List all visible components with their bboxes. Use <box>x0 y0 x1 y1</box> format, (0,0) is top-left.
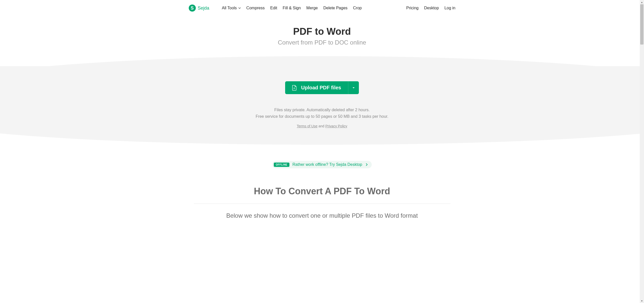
upload-dropdown-button[interactable] <box>348 81 359 94</box>
page-subtitle: Convert from PDF to DOC online <box>5 39 639 46</box>
logo-text: Sejda <box>198 6 209 11</box>
upload-section: Upload PDF files Files stay private. Aut… <box>0 66 644 148</box>
nav-delete-pages[interactable]: Delete Pages <box>323 6 348 10</box>
wave-bottom-decoration <box>0 133 644 148</box>
info-text: Files stay private. Automatically delete… <box>5 107 639 120</box>
chevron-down-icon <box>238 7 241 9</box>
logo-icon: S <box>189 5 196 12</box>
logo[interactable]: S Sejda <box>189 5 209 12</box>
offline-section: OFFLINE Rather work offline? Try Sejda D… <box>0 148 644 176</box>
nav-right: Pricing Desktop Log in <box>406 6 455 10</box>
nav-compress[interactable]: Compress <box>246 6 265 10</box>
scrollbar-thumb[interactable] <box>640 4 643 45</box>
privacy-link[interactable]: Privacy Policy <box>325 124 347 128</box>
offline-text: Rather work offline? Try Sejda Desktop <box>292 162 362 167</box>
wave-top-decoration <box>0 51 644 71</box>
legal-line: Terms of Use and Privacy Policy <box>5 124 639 128</box>
upload-button-label: Upload PDF files <box>301 85 341 91</box>
header: S Sejda All Tools Compress Edit Fill & S… <box>189 0 456 16</box>
caret-down-icon <box>352 87 355 89</box>
upload-button-group: Upload PDF files <box>285 81 359 94</box>
nav-pricing[interactable]: Pricing <box>406 6 419 10</box>
nav-desktop[interactable]: Desktop <box>424 6 439 10</box>
nav-edit[interactable]: Edit <box>270 6 277 10</box>
legal-and: and <box>318 124 325 128</box>
nav-login[interactable]: Log in <box>444 6 456 10</box>
nav-fill-sign[interactable]: Fill & Sign <box>283 6 301 10</box>
nav-all-tools-label: All Tools <box>222 6 237 10</box>
howto-section: How To Convert A PDF To Word Below we sh… <box>189 186 456 220</box>
scrollbar-up-arrow[interactable]: ▲ <box>640 0 644 4</box>
page-title: PDF to Word <box>5 26 639 37</box>
howto-heading: How To Convert A PDF To Word <box>194 186 450 204</box>
nav-left: All Tools Compress Edit Fill & Sign Merg… <box>222 6 362 10</box>
hero: PDF to Word Convert from PDF to DOC onli… <box>0 16 644 51</box>
nav-merge[interactable]: Merge <box>306 6 318 10</box>
offline-badge: OFFLINE <box>274 163 289 167</box>
nav-all-tools[interactable]: All Tools <box>222 6 241 10</box>
offline-pill[interactable]: OFFLINE Rather work offline? Try Sejda D… <box>272 161 372 168</box>
upload-button[interactable]: Upload PDF files <box>285 81 348 94</box>
file-pdf-icon <box>292 85 297 91</box>
nav-crop[interactable]: Crop <box>353 6 362 10</box>
terms-link[interactable]: Terms of Use <box>297 124 317 128</box>
info-line-2: Free service for documents up to 50 page… <box>5 113 639 120</box>
chevron-right-icon <box>365 163 368 166</box>
howto-lead: Below we show how to convert one or mult… <box>194 211 450 220</box>
scrollbar[interactable]: ▲ ▼ <box>640 0 644 220</box>
info-line-1: Files stay private. Automatically delete… <box>5 107 639 113</box>
